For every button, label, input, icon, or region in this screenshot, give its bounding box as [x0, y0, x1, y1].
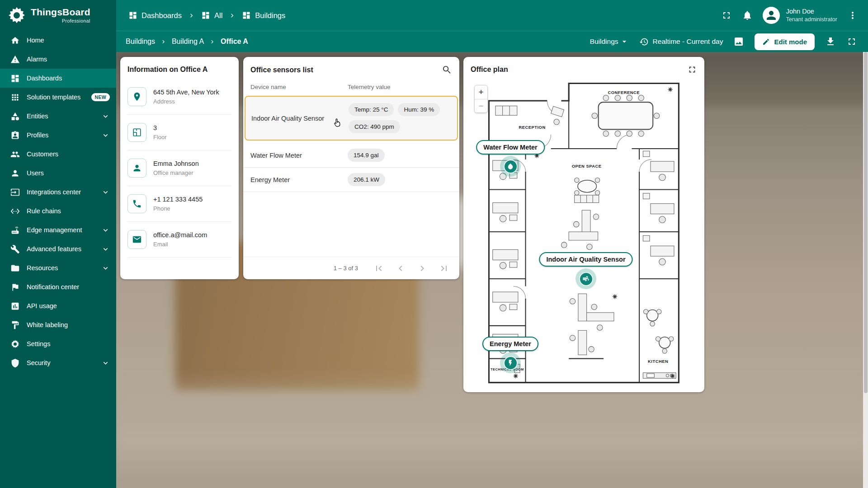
info-card: Information on Office A 645 5th Ave, New…: [120, 57, 239, 279]
user-role: Tenant administrator: [786, 16, 837, 23]
resources-icon: [10, 263, 20, 273]
timewindow-button[interactable]: Realtime - Current day: [639, 37, 723, 47]
sensors-card-title: Office sensors list: [250, 66, 313, 74]
info-card-title: Information on Office A: [120, 57, 239, 79]
state-breadcrumb-buildings[interactable]: Buildings: [126, 38, 155, 46]
entity-group-value: Buildings: [590, 38, 618, 46]
caret-down-icon: [620, 37, 629, 46]
first-page-button[interactable]: [373, 263, 384, 274]
sidebar-item-home[interactable]: Home: [0, 31, 116, 50]
notifications-bell-icon[interactable]: [742, 10, 753, 21]
telemetry-chip: Hum: 39 %: [398, 103, 440, 116]
sidebar-item-dashboards[interactable]: Dashboards: [0, 69, 116, 88]
sidebar-item-white-labeling[interactable]: White labeling: [0, 315, 116, 334]
sidebar: ThingsBoard Professional HomeAlarmsDashb…: [0, 0, 116, 488]
info-row-text: office.a@mail.comEmail: [153, 231, 207, 248]
sidebar-item-customers[interactable]: Customers: [0, 145, 116, 164]
zoom-out-button[interactable]: −: [475, 99, 487, 113]
edit-mode-button[interactable]: Edit mode: [755, 33, 815, 50]
sidebar-nav: HomeAlarmsDashboardsSolution templatesNE…: [0, 31, 116, 488]
state-breadcrumb-office-a[interactable]: Office A: [221, 38, 248, 46]
prev-page-button[interactable]: [395, 263, 406, 274]
sidebar-item-solution-templates[interactable]: Solution templatesNEW: [0, 88, 116, 107]
sidebar-item-alarms[interactable]: Alarms: [0, 50, 116, 69]
page-range-label: 1 – 3 of 3: [334, 265, 358, 272]
office-plan-card: Office plan + −: [463, 57, 704, 392]
chevron-down-icon: [101, 245, 110, 253]
expand-plan-icon[interactable]: [687, 65, 697, 75]
breadcrumb-item-buildings[interactable]: Buildings: [242, 11, 285, 20]
sidebar-item-edge-management[interactable]: Edge management: [0, 221, 116, 239]
marker-water-flow-meter[interactable]: [500, 156, 521, 177]
new-badge: NEW: [91, 93, 110, 101]
last-page-button[interactable]: [439, 263, 449, 274]
background-image-icon[interactable]: [733, 36, 744, 47]
sidebar-item-api-usage[interactable]: API usage: [0, 296, 116, 315]
sidebar-item-label: Edge management: [27, 226, 82, 234]
sidebar-item-users[interactable]: Users: [0, 164, 116, 183]
marker-energy-meter[interactable]: [500, 352, 521, 373]
sidebar-item-notification-center[interactable]: Notification center: [0, 277, 116, 296]
sidebar-item-profiles[interactable]: Profiles: [0, 126, 116, 145]
sidebar-item-entities[interactable]: Entities: [0, 107, 116, 126]
customers-icon: [10, 150, 20, 159]
kebab-menu-icon[interactable]: [847, 10, 858, 21]
info-value: Emma Johnson: [153, 160, 199, 167]
next-page-button[interactable]: [417, 263, 428, 274]
breadcrumb-item-dashboards[interactable]: Dashboards: [128, 11, 182, 20]
chevron-down-icon: [101, 112, 110, 121]
scrollbar[interactable]: [863, 52, 868, 488]
sensor-row-indoor-air-quality-sensor[interactable]: Indoor Air Quality SensorTemp: 25 °CHum:…: [245, 96, 458, 141]
marker-label-energy-meter[interactable]: Energy Meter: [482, 337, 538, 351]
water-icon: [507, 163, 514, 170]
sidebar-item-rule-chains[interactable]: Rule chains: [0, 202, 116, 221]
phone-box: [127, 194, 146, 213]
telemetry-chips: 206.1 kW: [348, 173, 452, 186]
user-info[interactable]: John Doe Tenant administrator: [786, 7, 837, 23]
marker-label-indoor-air-quality-sensor[interactable]: Indoor Air Quality Sensor: [539, 252, 632, 267]
chevron-right-icon: [160, 38, 167, 45]
marker-label-water-flow-meter[interactable]: Water Flow Meter: [476, 140, 545, 155]
avatar[interactable]: [763, 7, 780, 24]
column-device-name: Device name: [250, 84, 348, 90]
download-icon[interactable]: [825, 36, 836, 47]
room-label-reception: RECEPTION: [519, 125, 545, 130]
advanced-icon: [10, 244, 20, 254]
users-icon: [10, 169, 20, 178]
mouse-cursor-icon: [332, 117, 343, 129]
app-logo[interactable]: ThingsBoard Professional: [0, 0, 116, 31]
sidebar-item-advanced-features[interactable]: Advanced features: [0, 239, 116, 258]
chevron-right-icon: [188, 12, 195, 19]
sidebar-item-security[interactable]: Security: [0, 353, 116, 372]
app-title: ThingsBoard: [31, 7, 90, 17]
sidebar-item-resources[interactable]: Resources: [0, 258, 116, 277]
marker-indoor-air-quality-sensor[interactable]: [576, 268, 596, 289]
zoom-in-button[interactable]: +: [475, 85, 487, 99]
integrations-icon: [10, 188, 20, 197]
device-name: Energy Meter: [250, 176, 348, 183]
sidebar-item-settings[interactable]: Settings: [0, 334, 116, 353]
breadcrumb-item-all[interactable]: All: [201, 11, 222, 20]
marker-core-water-flow-meter: [504, 160, 518, 174]
main-area: DashboardsAllBuildings John Doe Tenant a…: [116, 0, 868, 488]
header-actions: John Doe Tenant administrator: [721, 7, 858, 24]
search-icon[interactable]: [442, 65, 452, 75]
scrollbar-thumb[interactable]: [864, 52, 868, 393]
sidebar-item-label: Entities: [27, 113, 48, 120]
sidebar-item-label: Home: [27, 37, 44, 44]
telemetry-chip: 154.9 gal: [348, 149, 385, 162]
fullscreen-icon[interactable]: [721, 10, 732, 21]
chevron-down-icon: [101, 226, 110, 235]
entity-group-select[interactable]: Buildings: [590, 37, 629, 46]
plan-card-title: Office plan: [471, 66, 508, 74]
state-breadcrumb-building-a[interactable]: Building A: [172, 38, 204, 46]
sensor-row-energy-meter[interactable]: Energy Meter206.1 kW: [243, 168, 459, 192]
sensor-row-water-flow-meter[interactable]: Water Flow Meter154.9 gal: [243, 143, 459, 168]
solution-templates-icon: [10, 93, 20, 102]
toolbar-fullscreen-icon[interactable]: [846, 36, 857, 47]
breadcrumb-label: Buildings: [255, 11, 285, 20]
breadcrumb-label: Dashboards: [142, 11, 182, 20]
sidebar-item-integrations-center[interactable]: Integrations center: [0, 183, 116, 202]
notification-icon: [10, 282, 20, 292]
energy-icon: [507, 359, 514, 366]
